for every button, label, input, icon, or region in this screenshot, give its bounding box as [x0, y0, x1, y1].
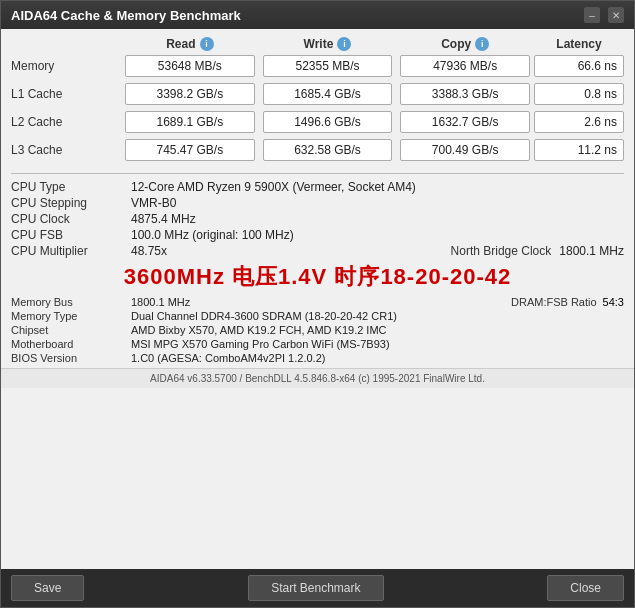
divider-1 [11, 173, 624, 174]
table-row: Memory 53648 MB/s 52355 MB/s 47936 MB/s … [11, 55, 624, 77]
overlay-banner: 3600MHz 电压1.4V 时序18-20-20-42 [1, 260, 634, 294]
cpu-fsb-label: CPU FSB [11, 228, 131, 242]
read-info-icon[interactable]: i [200, 37, 214, 51]
bottom-button-bar: Save Start Benchmark Close [1, 569, 634, 607]
memory-write: 52355 MB/s [263, 55, 393, 77]
cpu-type-label: CPU Type [11, 180, 131, 194]
close-button[interactable]: ✕ [608, 7, 624, 23]
l2-latency: 2.6 ns [534, 111, 624, 133]
attribution-bar: AIDA64 v6.33.5700 / BenchDLL 4.5.846.8-x… [1, 368, 634, 388]
l1-latency: 0.8 ns [534, 83, 624, 105]
content-area: Read i Write i Copy i Latency Memory 536… [1, 29, 634, 569]
attribution-text: AIDA64 v6.33.5700 / BenchDLL 4.5.846.8-x… [150, 373, 485, 384]
bios-row: BIOS Version 1.C0 (AGESA: ComboAM4v2PI 1… [11, 352, 624, 364]
bios-value: 1.C0 (AGESA: ComboAM4v2PI 1.2.0.2) [131, 352, 325, 364]
table-row: L1 Cache 3398.2 GB/s 1685.4 GB/s 3388.3 … [11, 83, 624, 105]
title-bar: AIDA64 Cache & Memory Benchmark – ✕ [1, 1, 634, 29]
bios-label: BIOS Version [11, 352, 131, 364]
overlay-text: 3600MHz 电压1.4V 时序18-20-20-42 [124, 264, 512, 289]
cpu-stepping-label: CPU Stepping [11, 196, 131, 210]
table-row: L2 Cache 1689.1 GB/s 1496.6 GB/s 1632.7 … [11, 111, 624, 133]
cpu-stepping-row: CPU Stepping VMR-B0 [11, 196, 624, 210]
dram-fsb-right: DRAM:FSB Ratio 54:3 [511, 296, 624, 308]
memory-bus-left: Memory Bus 1800.1 MHz [11, 296, 511, 308]
cpu-multiplier-row: CPU Multiplier 48.75x North Bridge Clock… [11, 244, 624, 258]
cpu-clock-label: CPU Clock [11, 212, 131, 226]
chipset-row: Chipset AMD Bixby X570, AMD K19.2 FCH, A… [11, 324, 624, 336]
table-header-row: Read i Write i Copy i Latency [11, 37, 624, 51]
memory-info-section: Memory Bus 1800.1 MHz DRAM:FSB Ratio 54:… [1, 294, 634, 368]
cpu-clock-row: CPU Clock 4875.4 MHz [11, 212, 624, 226]
motherboard-label: Motherboard [11, 338, 131, 350]
l1-write: 1685.4 GB/s [263, 83, 393, 105]
benchmark-table-area: Read i Write i Copy i Latency Memory 536… [1, 29, 634, 171]
cpu-multiplier-label: CPU Multiplier [11, 244, 131, 258]
memory-latency: 66.6 ns [534, 55, 624, 77]
l2-write: 1496.6 GB/s [263, 111, 393, 133]
chipset-value: AMD Bixby X570, AMD K19.2 FCH, AMD K19.2… [131, 324, 387, 336]
memory-type-row: Memory Type Dual Channel DDR4-3600 SDRAM… [11, 310, 624, 322]
memory-bus-row: Memory Bus 1800.1 MHz DRAM:FSB Ratio 54:… [11, 296, 624, 308]
cpu-type-row: CPU Type 12-Core AMD Ryzen 9 5900X (Verm… [11, 180, 624, 194]
north-bridge-value: 1800.1 MHz [559, 244, 624, 258]
chipset-label: Chipset [11, 324, 131, 336]
l3-copy: 700.49 GB/s [400, 139, 530, 161]
main-window: AIDA64 Cache & Memory Benchmark – ✕ Read… [0, 0, 635, 608]
copy-info-icon[interactable]: i [475, 37, 489, 51]
close-button-bottom[interactable]: Close [547, 575, 624, 601]
north-bridge-right: North Bridge Clock 1800.1 MHz [451, 244, 624, 258]
cpu-type-value: 12-Core AMD Ryzen 9 5900X (Vermeer, Sock… [131, 180, 416, 194]
header-latency: Latency [534, 37, 624, 51]
memory-read: 53648 MB/s [125, 55, 255, 77]
table-row: L3 Cache 745.47 GB/s 632.58 GB/s 700.49 … [11, 139, 624, 161]
north-bridge-label: North Bridge Clock [451, 244, 552, 258]
memory-type-label: Memory Type [11, 310, 131, 322]
header-write: Write i [259, 37, 397, 51]
cpu-info-section: CPU Type 12-Core AMD Ryzen 9 5900X (Verm… [1, 180, 634, 260]
cpu-fsb-value: 100.0 MHz (original: 100 MHz) [131, 228, 294, 242]
header-read: Read i [121, 37, 259, 51]
l1-read: 3398.2 GB/s [125, 83, 255, 105]
cpu-fsb-row: CPU FSB 100.0 MHz (original: 100 MHz) [11, 228, 624, 242]
memory-type-value: Dual Channel DDR4-3600 SDRAM (18-20-20-4… [131, 310, 397, 322]
l3-latency: 11.2 ns [534, 139, 624, 161]
write-info-icon[interactable]: i [337, 37, 351, 51]
cpu-clock-value: 4875.4 MHz [131, 212, 196, 226]
cpu-multiplier-value: 48.75x [131, 244, 167, 258]
memory-label: Memory [11, 59, 121, 73]
l1-copy: 3388.3 GB/s [400, 83, 530, 105]
motherboard-value: MSI MPG X570 Gaming Pro Carbon WiFi (MS-… [131, 338, 390, 350]
memory-bus-label: Memory Bus [11, 296, 131, 308]
cpu-multiplier-left: CPU Multiplier 48.75x [11, 244, 451, 258]
start-benchmark-button[interactable]: Start Benchmark [248, 575, 383, 601]
header-col1 [11, 37, 121, 51]
dram-fsb-value: 54:3 [603, 296, 624, 308]
l1-label: L1 Cache [11, 87, 121, 101]
l2-label: L2 Cache [11, 115, 121, 129]
l3-write: 632.58 GB/s [263, 139, 393, 161]
l3-label: L3 Cache [11, 143, 121, 157]
motherboard-row: Motherboard MSI MPG X570 Gaming Pro Carb… [11, 338, 624, 350]
save-button[interactable]: Save [11, 575, 84, 601]
memory-copy: 47936 MB/s [400, 55, 530, 77]
l2-read: 1689.1 GB/s [125, 111, 255, 133]
window-controls: – ✕ [584, 7, 624, 23]
memory-bus-value: 1800.1 MHz [131, 296, 190, 308]
window-title: AIDA64 Cache & Memory Benchmark [11, 8, 241, 23]
l2-copy: 1632.7 GB/s [400, 111, 530, 133]
minimize-button[interactable]: – [584, 7, 600, 23]
cpu-stepping-value: VMR-B0 [131, 196, 176, 210]
header-copy: Copy i [396, 37, 534, 51]
dram-fsb-label: DRAM:FSB Ratio [511, 296, 597, 308]
l3-read: 745.47 GB/s [125, 139, 255, 161]
